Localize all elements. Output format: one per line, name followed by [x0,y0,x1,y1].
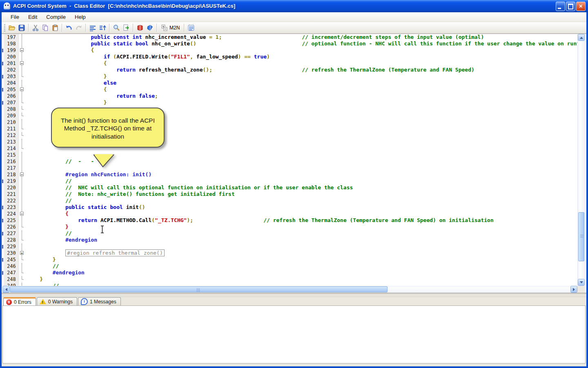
tab-errors[interactable]: x 0 Errors [3,297,36,306]
code-line[interactable]: 203 } [4,73,577,80]
fold-marker[interactable]: − [19,211,25,217]
line-number: 221 [4,191,19,197]
minimize-button[interactable] [556,2,565,11]
line-number: 224 [4,211,19,217]
code-line[interactable]: 198 public static bool nhc_on_write() //… [4,40,577,47]
cut-button[interactable] [31,23,40,33]
code-line[interactable]: 217 [4,165,577,171]
line-number: 211 [4,126,19,132]
m2n-toggle-button[interactable]: M2N [159,24,182,32]
line-number: 246 [4,263,19,269]
copy-button[interactable] [40,23,50,33]
message-list[interactable] [2,305,586,364]
code-line[interactable]: 220 // NHC will call this optional funct… [4,184,577,191]
tab-errors-label: 0 Errors [14,299,31,305]
redo-button[interactable] [74,23,84,33]
fold-marker[interactable]: + [19,250,25,256]
line-number: 202 [4,67,19,73]
goto-document-button[interactable] [121,23,131,33]
code-line[interactable]: 199− { [4,47,577,54]
code-text: return ACPI.METHOD.Call("_TZ.TCHG"); // … [25,217,494,224]
code-line[interactable]: 197 public const int nhc_increment_value… [4,34,577,40]
horizontal-scroll-thumb[interactable] [10,286,388,292]
menu-help[interactable]: Help [71,13,90,21]
fold-marker[interactable]: − [19,60,25,67]
fold-guide [19,67,25,73]
code-line[interactable]: 221 // Note: nhc_write() functions get i… [4,191,577,197]
fold-marker[interactable]: − [19,47,25,54]
tab-warnings[interactable]: ! 0 Warnings [37,297,77,305]
line-number: 216 [4,158,19,165]
code-line[interactable]: 222 // [4,197,577,204]
toolbar-grip[interactable] [4,24,5,31]
menu-compile[interactable]: Compile [42,13,70,21]
change-mark [2,258,3,262]
scroll-right-button[interactable] [570,286,577,293]
code-line[interactable]: 249 // [4,283,577,286]
change-mark [2,219,3,222]
menu-edit[interactable]: Edit [24,13,41,21]
line-number: 207 [4,99,19,106]
code-line[interactable]: 216 // - - - [4,158,577,165]
scroll-down-button[interactable] [578,279,585,286]
vertical-scrollbar[interactable] [577,34,585,286]
help-book-red-button[interactable] [135,23,145,33]
code-line[interactable]: 219 // [4,178,577,184]
code-line[interactable]: 227 // [4,230,577,237]
code-line[interactable]: 228 #endregion [4,237,577,243]
code-line[interactable]: 205− { [4,86,577,93]
code-line[interactable]: 223 public static bool init() [4,204,577,211]
line-number: 225 [4,217,19,224]
code-line[interactable]: 245 } [4,256,577,263]
code-line[interactable]: 201− { [4,60,577,67]
line-number: 226 [4,224,19,230]
search-button[interactable] [111,23,121,33]
scroll-up-button[interactable] [578,34,585,41]
code-line[interactable]: 206 return false; [4,93,577,99]
fold-guide [19,243,25,250]
close-button[interactable]: × [576,2,586,11]
save-button[interactable] [17,23,27,33]
code-line[interactable]: 247 #endregion [4,269,577,276]
code-text: // [25,178,72,184]
fold-guide [19,34,25,40]
scroll-left-button[interactable] [2,286,9,293]
code-line[interactable]: 246 // [4,263,577,269]
code-line[interactable]: 225 return ACPI.METHOD.Call("_TZ.TCHG");… [4,217,577,224]
code-text: // NHC will call this optional function … [25,184,353,191]
open-file-button[interactable] [7,23,17,33]
code-text: { [25,211,69,217]
code-line[interactable]: 226 } [4,224,577,230]
undo-button[interactable] [64,23,74,33]
code-line[interactable]: 215 [4,152,577,158]
horizontal-scrollbar[interactable] [2,286,577,293]
code-line[interactable]: 230+ #region refresh thermal zone() [4,250,577,256]
message-panel: x 0 Errors ! 0 Warnings i 1 Messages [2,297,586,366]
paste-button[interactable] [50,23,60,33]
format-outdent-button[interactable] [98,23,107,33]
maximize-button[interactable] [566,2,575,11]
vertical-scroll-thumb[interactable] [578,212,584,261]
help-book-blue-button[interactable] [145,23,155,33]
code-line[interactable]: 224− { [4,211,577,217]
code-line[interactable]: 229 [4,243,577,250]
code-line[interactable]: 218− #region nhcFunction: init() [4,171,577,178]
line-number: 204 [4,80,19,86]
menu-file[interactable]: File [7,13,23,21]
code-line[interactable]: 248 } [4,276,577,283]
minimize-icon [558,8,561,9]
fold-marker[interactable]: − [19,171,25,178]
m2n-toggle-icon [161,25,168,31]
fold-guide [19,99,25,106]
code-line[interactable]: 204 else [4,80,577,86]
code-line[interactable]: 200 if (ACPI.FIELD.Write("F1L1", fan_low… [4,54,577,60]
code-area[interactable]: 197 public const int nhc_increment_value… [4,34,577,286]
code-line[interactable]: 207 } [4,99,577,106]
fold-guide [19,217,25,224]
code-line[interactable]: 202 return refresh_thermal_zone(); // re… [4,67,577,73]
fold-marker[interactable]: − [19,86,25,93]
tab-messages[interactable]: i 1 Messages [78,297,121,305]
format-lines-button[interactable] [88,23,98,33]
title-bar[interactable]: ACPI Control System - Class Editor [C:\n… [0,0,588,12]
keypad-button[interactable] [186,23,196,33]
